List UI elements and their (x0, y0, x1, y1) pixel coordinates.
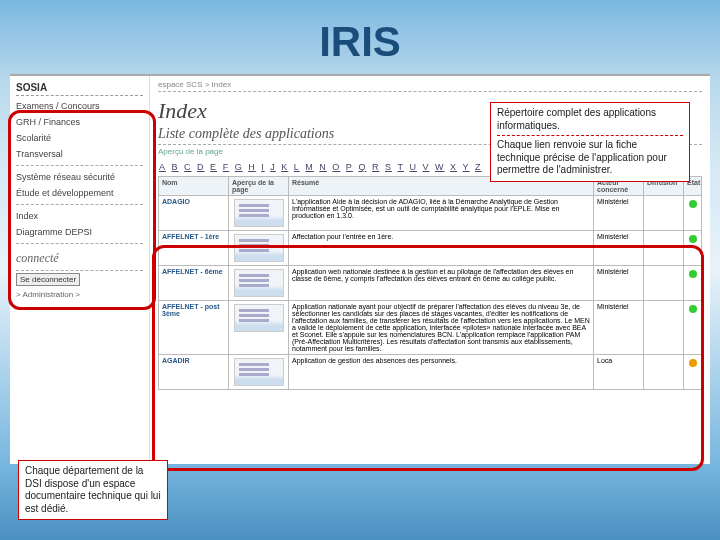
app-resume: Affectation pour l'entrée en 1ère. (289, 231, 594, 266)
app-thumb (234, 269, 284, 297)
table-row: ADAGIOL'application Aide à la décision d… (159, 196, 702, 231)
app-resume: Application nationale ayant pour objecti… (289, 301, 594, 355)
app-etat (684, 196, 702, 231)
app-acteur: Ministériel (594, 196, 644, 231)
app-etat (684, 355, 702, 390)
sidebar: SOSIA Examens / Concours GRH / Finances … (10, 76, 150, 464)
apps-table: Nom Aperçu de la page Résumé Acteur conc… (158, 176, 702, 390)
status-dot-icon (689, 359, 697, 367)
col-apercu[interactable]: Aperçu de la page (229, 177, 289, 196)
alpha-y[interactable]: Y (463, 162, 470, 172)
alpha-q[interactable]: Q (358, 162, 366, 172)
app-thumb-cell (229, 355, 289, 390)
alpha-t[interactable]: T (397, 162, 404, 172)
sidebar-item-2[interactable]: Scolarité (16, 130, 143, 146)
col-nom[interactable]: Nom (159, 177, 229, 196)
app-name-link[interactable]: AFFELNET - 6ème (159, 266, 229, 301)
alpha-p[interactable]: P (346, 162, 353, 172)
app-thumb-cell (229, 301, 289, 355)
status-dot-icon (689, 270, 697, 278)
app-etat (684, 266, 702, 301)
app-acteur: Ministériel (594, 301, 644, 355)
alpha-n[interactable]: N (319, 162, 327, 172)
app-resume: Application de gestion des absences des … (289, 355, 594, 390)
app-name-link[interactable]: ADAGIO (159, 196, 229, 231)
sidebar-item-1[interactable]: GRH / Finances (16, 114, 143, 130)
app-thumb (234, 304, 284, 332)
alpha-g[interactable]: G (235, 162, 243, 172)
alpha-j[interactable]: J (270, 162, 276, 172)
alpha-r[interactable]: R (372, 162, 380, 172)
table-row: AFFELNET - 6èmeApplication web nationale… (159, 266, 702, 301)
sidebar-item-4[interactable]: Système réseau sécurité (16, 169, 143, 185)
sidebar-item-index[interactable]: Index (16, 208, 143, 224)
app-name-link[interactable]: AFFELNET - post 3ème (159, 301, 229, 355)
app-diffusion (644, 196, 684, 231)
alpha-k[interactable]: K (281, 162, 288, 172)
status-dot-icon (689, 200, 697, 208)
alpha-c[interactable]: C (184, 162, 192, 172)
app-thumb (234, 358, 284, 386)
alpha-m[interactable]: M (305, 162, 314, 172)
alpha-l[interactable]: L (294, 162, 300, 172)
callout-top-line2: Chaque lien renvoie sur la fiche techniq… (497, 139, 683, 177)
breadcrumb: espace SCS > Index (158, 80, 702, 92)
app-thumb-cell (229, 196, 289, 231)
alpha-s[interactable]: S (385, 162, 392, 172)
callout-bottom: Chaque département de la DSI dispose d'u… (18, 460, 168, 520)
alpha-i[interactable]: I (261, 162, 265, 172)
sidebar-item-5[interactable]: Étude et développement (16, 185, 143, 201)
status-dot-icon (689, 305, 697, 313)
sidebar-status: connecté (16, 247, 143, 271)
sidebar-item-diagramme[interactable]: Diagramme DEPSI (16, 224, 143, 240)
alpha-a[interactable]: A (159, 162, 166, 172)
alpha-f[interactable]: F (223, 162, 230, 172)
app-etat (684, 301, 702, 355)
table-row: AFFELNET - 1èreAffectation pour l'entrée… (159, 231, 702, 266)
logout-button[interactable]: Se déconnecter (16, 273, 80, 286)
sidebar-item-0[interactable]: Examens / Concours (16, 98, 143, 114)
app-name-link[interactable]: AGADIR (159, 355, 229, 390)
alpha-h[interactable]: H (248, 162, 256, 172)
app-diffusion (644, 266, 684, 301)
alpha-u[interactable]: U (409, 162, 417, 172)
app-thumb (234, 234, 284, 262)
table-row: AFFELNET - post 3èmeApplication national… (159, 301, 702, 355)
sidebar-item-3[interactable]: Transversal (16, 146, 143, 162)
sidebar-admin-link[interactable]: > Administration > (16, 288, 143, 299)
alpha-v[interactable]: V (423, 162, 430, 172)
app-name-link[interactable]: AFFELNET - 1ère (159, 231, 229, 266)
app-acteur: Ministériel (594, 266, 644, 301)
app-acteur: Ministériel (594, 231, 644, 266)
app-thumb (234, 199, 284, 227)
sidebar-header: SOSIA (16, 80, 143, 96)
app-thumb-cell (229, 266, 289, 301)
alpha-o[interactable]: O (332, 162, 340, 172)
table-row: AGADIRApplication de gestion des absence… (159, 355, 702, 390)
alpha-w[interactable]: W (435, 162, 445, 172)
app-acteur: Loca (594, 355, 644, 390)
alpha-x[interactable]: X (450, 162, 457, 172)
app-etat (684, 231, 702, 266)
app-thumb-cell (229, 231, 289, 266)
callout-top-line1: Répertoire complet des applications info… (497, 107, 683, 132)
app-diffusion (644, 355, 684, 390)
app-resume: L'application Aide à la décision de ADAG… (289, 196, 594, 231)
app-diffusion (644, 231, 684, 266)
alpha-b[interactable]: B (172, 162, 179, 172)
alpha-d[interactable]: D (197, 162, 205, 172)
app-diffusion (644, 301, 684, 355)
alpha-e[interactable]: E (210, 162, 217, 172)
callout-top: Répertoire complet des applications info… (490, 102, 690, 182)
page-title: IRIS (0, 0, 720, 74)
status-dot-icon (689, 235, 697, 243)
app-resume: Application web nationale destinée à la … (289, 266, 594, 301)
alpha-z[interactable]: Z (475, 162, 482, 172)
